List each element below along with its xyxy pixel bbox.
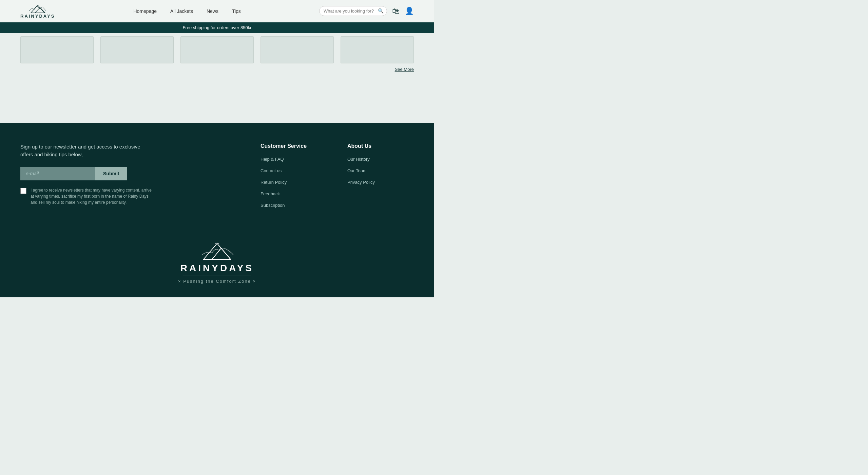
footer-logo-mountain-icon	[197, 241, 237, 261]
header: RAINYDAYS Homepage All Jackets News Tips…	[0, 0, 434, 22]
newsletter-description: Sign up to our newsletter and get access…	[20, 143, 153, 158]
logo-mountain-icon	[27, 3, 48, 14]
product-card[interactable]	[341, 36, 414, 63]
product-grid	[20, 33, 414, 63]
checkbox-label: I agree to receive newsletters that may …	[31, 187, 153, 205]
account-button[interactable]: 👤	[405, 7, 414, 16]
link-help-faq[interactable]: Help & FAQ	[261, 157, 284, 162]
about-us-links: Our History Our Team Privacy Policy	[347, 156, 414, 185]
link-return-policy[interactable]: Return Policy	[261, 180, 287, 185]
product-card[interactable]	[261, 36, 334, 63]
checkbox-area: I agree to receive newsletters that may …	[20, 187, 153, 205]
product-card[interactable]	[20, 36, 94, 63]
main-nav: Homepage All Jackets News Tips	[134, 8, 241, 14]
search-bar[interactable]: 🔍	[319, 6, 387, 16]
logo-text: RAINYDAYS	[20, 14, 55, 19]
submit-button[interactable]: Submit	[95, 167, 127, 180]
see-more-row: See More	[20, 63, 414, 75]
footer: Sign up to our newsletter and get access…	[0, 123, 434, 297]
newsletter-checkbox[interactable]	[20, 188, 26, 194]
about-us-col: About Us Our History Our Team Privacy Po…	[347, 143, 414, 214]
footer-middle-spacer	[174, 143, 240, 214]
footer-tagline: × Pushing the Comfort Zone ×	[178, 279, 256, 284]
header-right: 🔍 🛍 👤	[319, 6, 414, 16]
svg-marker-2	[204, 243, 231, 259]
customer-service-heading: Customer Service	[261, 143, 327, 149]
announcement-text: Free shipping for orders over 850kr	[182, 25, 251, 30]
about-us-heading: About Us	[347, 143, 414, 149]
search-icon: 🔍	[378, 8, 384, 14]
link-feedback[interactable]: Feedback	[261, 191, 280, 196]
footer-newsletter: Sign up to our newsletter and get access…	[20, 143, 153, 214]
customer-service-links: Help & FAQ Contact us Return Policy Feed…	[261, 156, 327, 208]
product-card[interactable]	[100, 36, 174, 63]
nav-tips[interactable]: Tips	[232, 8, 241, 14]
logo[interactable]: RAINYDAYS	[20, 3, 55, 19]
email-input[interactable]	[20, 167, 95, 180]
content-spacer	[0, 89, 434, 123]
product-card[interactable]	[180, 36, 254, 63]
email-form: Submit	[20, 167, 153, 180]
footer-bottom: RAINYDAYS × Pushing the Comfort Zone ×	[20, 234, 414, 284]
announcement-bar: Free shipping for orders over 850kr	[0, 22, 434, 33]
link-contact-us[interactable]: Contact us	[261, 168, 282, 173]
nav-all-jackets[interactable]: All Jackets	[170, 8, 193, 14]
nav-homepage[interactable]: Homepage	[134, 8, 157, 14]
link-privacy-policy[interactable]: Privacy Policy	[347, 180, 375, 185]
customer-service-col: Customer Service Help & FAQ Contact us R…	[261, 143, 327, 214]
svg-marker-0	[31, 5, 44, 13]
cart-button[interactable]: 🛍	[392, 7, 400, 16]
see-more-link[interactable]: See More	[395, 67, 414, 72]
nav-news[interactable]: News	[207, 8, 218, 14]
footer-logo-name: RAINYDAYS	[180, 263, 254, 274]
link-our-team[interactable]: Our Team	[347, 168, 367, 173]
footer-top: Sign up to our newsletter and get access…	[20, 143, 414, 214]
footer-logo-divider	[183, 276, 251, 276]
search-input[interactable]	[324, 8, 378, 14]
product-area: See More	[0, 33, 434, 89]
link-our-history[interactable]: Our History	[347, 157, 370, 162]
link-subscription[interactable]: Subscription	[261, 203, 285, 208]
